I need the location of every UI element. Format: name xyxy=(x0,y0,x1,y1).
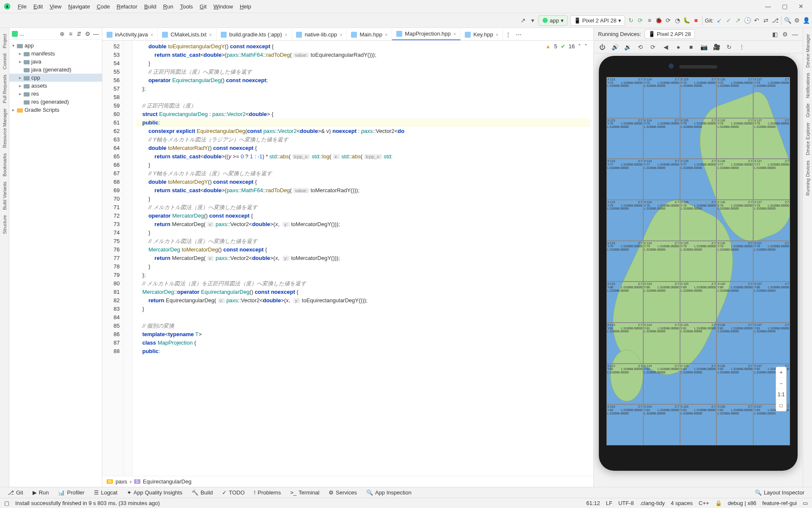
debug-button[interactable]: 🐞 xyxy=(656,17,662,24)
settings-icon[interactable]: ⚙ xyxy=(84,30,91,37)
close-icon[interactable]: × xyxy=(285,32,287,37)
sync-icon[interactable]: ↗ xyxy=(520,17,527,24)
git-branch[interactable]: feature-ref-gui xyxy=(762,500,797,506)
right-tab-device-explorer[interactable]: Device Explorer xyxy=(804,120,811,158)
bottom-tab-git[interactable]: ⎇Git xyxy=(3,488,27,497)
right-tab-notifications[interactable]: Notifications xyxy=(804,70,811,101)
branches-icon[interactable]: ⎇ xyxy=(772,17,779,24)
zoom-fit-button[interactable]: □ xyxy=(776,400,786,411)
rollback-icon[interactable]: ↶ xyxy=(753,17,760,24)
home-icon[interactable]: ● xyxy=(675,44,682,50)
diff-icon[interactable]: ⇄ xyxy=(763,17,769,24)
menu-refactor[interactable]: Refactor xyxy=(113,2,141,11)
device-selector[interactable]: 📱 Pixel 2 API 28 ▾ xyxy=(570,15,625,26)
git-update-icon[interactable]: ↙ xyxy=(716,17,723,24)
window-maximize[interactable]: ▢ xyxy=(777,0,793,12)
close-icon[interactable]: × xyxy=(496,32,498,37)
menu-run[interactable]: Run xyxy=(160,2,177,11)
build-variant[interactable]: debug | x86 xyxy=(728,500,757,506)
bottom-tab-build[interactable]: 🔨Build xyxy=(187,488,217,497)
lock-icon[interactable]: 🔒 xyxy=(715,500,722,506)
git-commit-icon[interactable]: ✓ xyxy=(725,17,732,24)
right-tab-gradle[interactable]: Gradle xyxy=(804,101,811,120)
tree-item-assets[interactable]: ▸assets xyxy=(9,82,102,90)
bottom-tab-terminal[interactable]: >_Terminal xyxy=(286,488,324,497)
right-tab-device-manager[interactable]: Device Manager xyxy=(804,31,811,70)
tree-item-java[interactable]: ▸java xyxy=(9,58,102,66)
close-icon[interactable]: × xyxy=(453,31,456,36)
stop-button[interactable]: ■ xyxy=(693,17,700,24)
window-minimize[interactable]: — xyxy=(760,0,776,12)
menu-code[interactable]: Code xyxy=(93,2,113,11)
bottom-tab-run[interactable]: ▶Run xyxy=(28,488,53,497)
code-area[interactable]: double toEquirectangularDegY() const noe… xyxy=(133,41,593,476)
breadcrumb-struct[interactable]: EquirectangularDeg xyxy=(143,478,192,485)
menu-help[interactable]: Help xyxy=(236,2,255,11)
git-push-icon[interactable]: ↗ xyxy=(735,17,741,24)
inspection-widget[interactable]: ▲5 ✔16 ˄ ˅ xyxy=(543,42,590,50)
history-icon[interactable]: 🕓 xyxy=(744,17,751,24)
back-icon[interactable]: ◀ xyxy=(662,44,669,50)
bottom-tab-profiler[interactable]: 📊Profiler xyxy=(54,488,88,497)
overview-icon[interactable]: ■ xyxy=(688,44,694,50)
menu-file[interactable]: File xyxy=(14,2,30,11)
coverage-icon[interactable]: ⟳ xyxy=(665,17,672,24)
editor-tab-native-lib-cpp[interactable]: native-lib.cpp× xyxy=(292,29,347,40)
volume-down-icon[interactable]: 🔉 xyxy=(624,44,631,50)
more-icon[interactable]: ⋮ xyxy=(738,44,745,50)
editor-tab-key-hpp[interactable]: Key.hpp× xyxy=(461,29,503,40)
left-tab-structure[interactable]: Structure xyxy=(1,213,8,237)
zoom-in-button[interactable]: + xyxy=(776,367,786,378)
bottom-tab-app-inspection[interactable]: 🔍App Inspection xyxy=(362,488,416,497)
hide-icon[interactable]: — xyxy=(792,31,798,38)
tree-item-java-generated-[interactable]: java (generated) xyxy=(9,66,102,74)
window-close[interactable]: ✕ xyxy=(793,0,809,12)
run-button[interactable]: ↻ xyxy=(628,17,634,24)
line-ending[interactable]: LF xyxy=(606,500,612,506)
settings-icon[interactable]: ⚙ xyxy=(793,17,800,24)
dropdown-icon[interactable]: ▾ xyxy=(529,17,536,24)
rotate-right-icon[interactable]: ⟳ xyxy=(650,44,656,50)
bug-icon[interactable]: 🐛 xyxy=(683,17,690,24)
tree-item-gradle-scripts[interactable]: ▸Gradle Scripts xyxy=(9,106,102,114)
lint-profile[interactable]: .clang-tidy xyxy=(640,500,665,506)
tree-item-manifests[interactable]: ▸manifests xyxy=(9,50,102,58)
bottom-tab-todo[interactable]: ✓TODO xyxy=(218,488,249,497)
menu-view[interactable]: View xyxy=(46,2,65,11)
cursor-position[interactable]: 61:12 xyxy=(586,500,600,506)
menu-git[interactable]: Git xyxy=(196,2,210,11)
menu-edit[interactable]: Edit xyxy=(30,2,46,11)
power-icon[interactable]: ⏻ xyxy=(599,44,606,50)
apply-changes-button[interactable]: ⟳ xyxy=(637,17,644,24)
attach-debugger-icon[interactable]: ≡ xyxy=(646,17,653,24)
tree-item-cpp[interactable]: ▸cpp xyxy=(9,74,102,82)
close-icon[interactable]: × xyxy=(340,32,342,37)
menu-tools[interactable]: Tools xyxy=(177,2,196,11)
left-tab-resource-manager[interactable]: Resource Manager xyxy=(1,106,8,151)
profiler-icon[interactable]: ◔ xyxy=(674,17,681,24)
collapse-icon[interactable]: ⇵ xyxy=(76,30,82,37)
settings-icon[interactable]: ⚙ xyxy=(782,31,788,38)
layout-inspector-tab[interactable]: 🔍 Layout Inspector xyxy=(751,488,809,497)
left-tab-project[interactable]: Project xyxy=(1,31,8,51)
zoom-reset-button[interactable]: 1:1 xyxy=(776,389,786,400)
menu-window[interactable]: Window xyxy=(210,2,236,11)
reload-icon[interactable]: ↻ xyxy=(726,44,732,50)
bottom-tab-logcat[interactable]: ☰Logcat xyxy=(90,488,122,497)
tree-item-res[interactable]: ▸res xyxy=(9,90,102,98)
editor-tab-inactivity-java[interactable]: inActivity.java× xyxy=(102,29,158,40)
bottom-tab-problems[interactable]: !Problems xyxy=(250,488,285,497)
left-tab-build-variants[interactable]: Build Variants xyxy=(1,179,8,213)
device-screen[interactable]: X:123Y:75L:310086.00000Z:7L:310086.00000… xyxy=(606,77,790,445)
project-view-mode[interactable]: ... xyxy=(19,30,24,37)
language[interactable]: C++ xyxy=(699,500,709,506)
search-icon[interactable]: 🔍 xyxy=(784,17,791,24)
menu-build[interactable]: Build xyxy=(141,2,160,11)
breadcrumb-namespace[interactable]: paxs xyxy=(115,478,127,485)
close-icon[interactable]: × xyxy=(209,32,211,37)
window-icon[interactable]: ◧ xyxy=(771,31,778,38)
editor-tab-main-hpp[interactable]: Main.hpp× xyxy=(347,29,392,40)
bottom-tab-app-quality-insights[interactable]: ✦App Quality Insights xyxy=(123,488,187,497)
volume-up-icon[interactable]: 🔊 xyxy=(612,44,618,50)
close-icon[interactable]: × xyxy=(385,32,387,37)
